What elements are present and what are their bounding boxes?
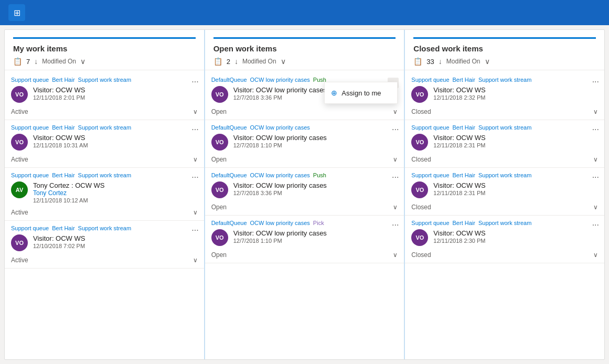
avatar: VO	[211, 134, 228, 151]
item-tag[interactable]: Support work stream	[78, 124, 131, 131]
item-name[interactable]: Visitor: OCW WS	[433, 134, 598, 142]
item-more-button[interactable]: ···	[392, 125, 399, 134]
item-tag[interactable]: Support queue	[411, 220, 449, 226]
item-tag[interactable]: Bert Hair	[52, 124, 74, 131]
item-status: Open	[211, 251, 227, 259]
grid-icon: ⊞	[14, 8, 20, 18]
item-tag[interactable]: Support queue	[11, 77, 49, 83]
item-more-button[interactable]: ···	[592, 173, 599, 181]
list-icon: 📋	[213, 57, 222, 66]
expand-icon[interactable]: ∨	[393, 204, 398, 211]
item-more-button[interactable]: ···	[191, 226, 198, 234]
item-more-button[interactable]: ···	[191, 125, 198, 134]
item-more-button[interactable]: ···	[392, 173, 399, 181]
column-body-my-work-items: Support queueBert HairSupport work strea…	[5, 70, 204, 359]
item-tags: Support queueBert HairSupport work strea…	[411, 124, 598, 131]
expand-icon[interactable]: ∨	[593, 204, 598, 211]
assign-to-me-button[interactable]: ⊕Assign to me	[325, 84, 397, 101]
item-more-button[interactable]: ···	[592, 78, 599, 86]
item-tag[interactable]: DefaultQueue	[211, 77, 247, 83]
assign-label: Assign to me	[341, 89, 381, 97]
column-body-closed-work-items: Support queueBert HairSupport work strea…	[405, 70, 604, 359]
item-more-button[interactable]: ···	[592, 125, 599, 134]
item-name[interactable]: Visitor: OCW WS	[33, 134, 198, 142]
item-name[interactable]: Visitor: OCW low priority cases	[233, 229, 398, 237]
item-name[interactable]: Tony Cortez : OCW WS	[33, 181, 198, 189]
expand-icon[interactable]: ∨	[593, 251, 598, 259]
expand-icon[interactable]: ∨	[393, 156, 398, 163]
sort-chevron-icon[interactable]: ∨	[281, 57, 286, 66]
item-tag[interactable]: Bert Hair	[453, 172, 475, 178]
column-header-open-work-items: Open work items 📋 2 ↓ Modified On ∨	[205, 30, 404, 70]
work-item: Support queueBert HairSupport work strea…	[5, 72, 204, 120]
item-body: VOVisitor: OCW low priority cases12/7/20…	[211, 134, 398, 151]
item-name[interactable]: Visitor: OCW low priority cases	[233, 134, 398, 142]
avatar: AV	[11, 181, 28, 198]
item-name[interactable]: Visitor: OCW WS	[33, 234, 198, 242]
sort-chevron-icon[interactable]: ∨	[485, 57, 490, 66]
sort-down-icon[interactable]: ↓	[34, 57, 38, 66]
item-name[interactable]: Visitor: OCW WS	[433, 181, 598, 189]
item-subname[interactable]: Tony Cortez	[33, 189, 198, 197]
expand-icon[interactable]: ∨	[193, 156, 198, 163]
list-icon: 📋	[13, 57, 22, 66]
item-footer: Closed∨	[411, 201, 598, 211]
item-time: 12/11/2018 10:12 AM	[33, 197, 198, 204]
item-tags: Support queueBert HairSupport work strea…	[411, 220, 598, 226]
item-tag[interactable]: Support queue	[411, 124, 449, 131]
item-tag[interactable]: Bert Hair	[453, 77, 475, 83]
expand-icon[interactable]: ∨	[393, 108, 398, 115]
item-tag[interactable]: Support work stream	[78, 77, 131, 83]
sort-down-icon[interactable]: ↓	[439, 57, 442, 66]
item-tag[interactable]: OCW low priority cases	[250, 172, 310, 178]
avatar: VO	[411, 86, 428, 103]
item-info: Visitor: OCW low priority cases12/7/2018…	[233, 229, 398, 244]
item-info: Visitor: OCW low priority cases12/7/2018…	[233, 134, 398, 148]
item-tag[interactable]: OCW low priority cases	[250, 124, 310, 131]
item-tags: Support queueBert HairSupport work strea…	[411, 77, 598, 83]
item-tag[interactable]: DefaultQueue	[211, 172, 247, 178]
item-status: Open	[211, 156, 227, 163]
item-name[interactable]: Visitor: OCW low priority cases	[233, 181, 398, 189]
expand-icon[interactable]: ∨	[393, 251, 398, 259]
item-tag[interactable]: Support queue	[11, 225, 49, 231]
item-tag[interactable]: Support queue	[11, 124, 49, 131]
expand-icon[interactable]: ∨	[593, 108, 598, 115]
item-tag[interactable]: Support work stream	[478, 124, 531, 131]
item-name[interactable]: Visitor: OCW WS	[433, 229, 598, 237]
expand-icon[interactable]: ∨	[193, 108, 198, 115]
expand-icon[interactable]: ∨	[593, 156, 598, 163]
item-tag[interactable]: Support work stream	[478, 172, 531, 178]
item-tag[interactable]: Support queue	[411, 172, 449, 178]
item-tag[interactable]: Support work stream	[478, 77, 531, 83]
item-name[interactable]: Visitor: OCW WS	[33, 86, 198, 94]
sort-down-icon[interactable]: ↓	[234, 57, 238, 66]
item-more-button[interactable]: ···	[392, 221, 399, 229]
item-tag[interactable]: Support work stream	[78, 225, 131, 231]
item-tag[interactable]: DefaultQueue	[211, 124, 247, 131]
item-more-button[interactable]: ···	[191, 78, 198, 86]
item-more-button[interactable]: ···	[191, 173, 198, 181]
sort-chevron-icon[interactable]: ∨	[80, 57, 86, 66]
expand-icon[interactable]: ∨	[193, 209, 198, 216]
item-tag[interactable]: Bert Hair	[52, 172, 74, 178]
work-item: Support queueBert HairSupport work strea…	[5, 168, 204, 221]
item-tag[interactable]: Support queue	[411, 77, 449, 83]
expand-icon[interactable]: ∨	[193, 256, 198, 264]
item-status: Closed	[411, 108, 431, 115]
item-time: 12/11/2018 2:01 PM	[33, 94, 198, 101]
item-tag[interactable]: Support work stream	[478, 220, 531, 226]
item-tag[interactable]: OCW low priority cases	[250, 220, 310, 226]
item-tag[interactable]: Bert Hair	[52, 225, 74, 231]
item-tag[interactable]: OCW low priority cases	[250, 77, 310, 83]
item-name[interactable]: Visitor: OCW WS	[433, 86, 598, 94]
item-tag[interactable]: Bert Hair	[52, 77, 74, 83]
item-tag[interactable]: DefaultQueue	[211, 220, 247, 226]
item-tag[interactable]: Bert Hair	[453, 124, 475, 131]
item-tag[interactable]: Support queue	[11, 172, 49, 178]
avatar: VO	[411, 134, 428, 151]
item-more-button[interactable]: ···	[592, 221, 599, 229]
item-tag[interactable]: Bert Hair	[453, 220, 475, 226]
item-tag[interactable]: Support work stream	[78, 172, 131, 178]
item-info: Visitor: OCW WS12/11/2018 2:30 PM	[433, 229, 598, 244]
